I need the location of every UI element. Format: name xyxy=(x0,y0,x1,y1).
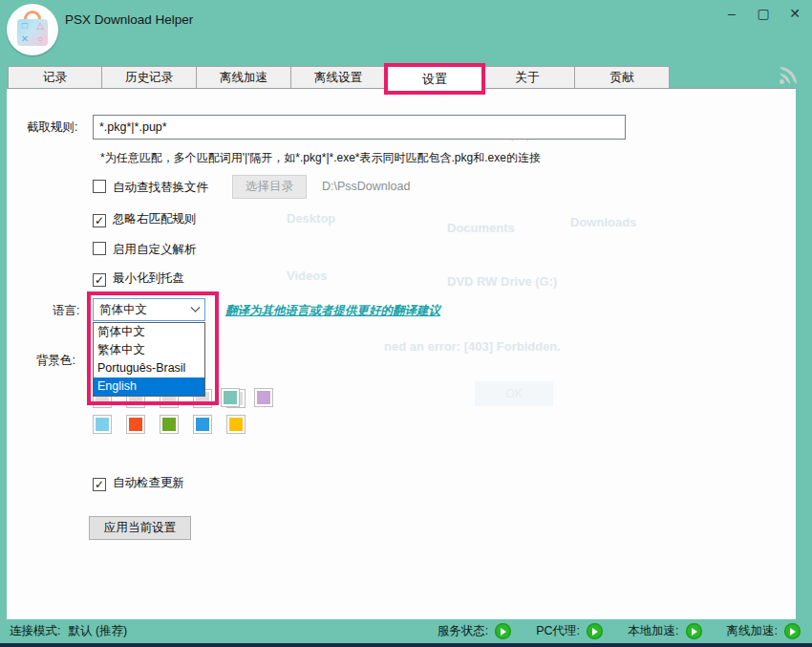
ghost-text: Downloads xyxy=(570,215,636,229)
status-service: 服务状态: xyxy=(438,623,511,639)
language-option-english[interactable]: English xyxy=(94,377,204,396)
tab-about[interactable]: 关于 xyxy=(481,66,575,89)
rule-hint-text: *为任意匹配，多个匹配词用'|'隔开，如*.pkg*|*.exe*表示同时匹配包… xyxy=(100,150,541,166)
tab-records[interactable]: 记录 xyxy=(8,66,102,89)
status-offline-accel: 离线加速: xyxy=(727,623,801,639)
minimize-tray-checkbox[interactable]: ✓最小化到托盘 xyxy=(93,270,184,287)
status-local-accel: 本地加速: xyxy=(628,623,701,639)
language-selected-value: 简体中文 xyxy=(99,302,147,318)
color-swatch-skyblue[interactable] xyxy=(93,415,112,434)
taskbar-edge xyxy=(0,643,812,647)
tab-bar: 记录 历史记录 离线加速 离线设置 设置 关于 贡献 xyxy=(8,66,670,89)
tab-settings-active-highlight[interactable]: 设置 xyxy=(384,63,485,95)
ghost-text: DVD RW Drive (G:) xyxy=(447,274,557,289)
language-option-zh-hans[interactable]: 简体中文 xyxy=(94,323,204,341)
ps-store-bag-icon: □△✕○ xyxy=(17,19,48,46)
service-status-play-icon[interactable] xyxy=(495,623,511,639)
checkbox-icon[interactable] xyxy=(93,180,106,193)
chevron-down-icon xyxy=(191,302,201,312)
ghost-text: Desktop xyxy=(287,211,335,226)
tab-offline-accel[interactable]: 离线加速 xyxy=(197,66,291,89)
auto-update-checkbox[interactable]: ✓自动检查更新 xyxy=(93,475,184,491)
pc-proxy-play-icon[interactable] xyxy=(587,623,603,639)
checkbox-icon[interactable] xyxy=(93,242,106,255)
offline-accel-play-icon[interactable] xyxy=(784,623,801,639)
tab-offline-settings[interactable]: 离线设置 xyxy=(291,66,386,89)
color-swatch-blue[interactable] xyxy=(193,415,212,434)
checkbox-icon[interactable]: ✓ xyxy=(93,273,106,287)
tab-contribute[interactable]: 贡献 xyxy=(575,66,670,89)
color-swatch-orange[interactable] xyxy=(126,415,145,434)
app-window: □△✕○ PSX Download Helper – ▢ ✕ 记录 历史记录 离… xyxy=(0,0,812,647)
local-accel-play-icon[interactable] xyxy=(686,623,702,639)
minimize-button[interactable]: – xyxy=(724,6,739,21)
bg-color-label: 背景色: xyxy=(36,353,75,369)
capture-rule-label: 截取规则: xyxy=(27,119,77,136)
connection-mode-value: 默认 (推荐) xyxy=(68,623,127,639)
language-dropdown-list: 简体中文 繁体中文 Português-Brasil English xyxy=(93,322,205,397)
choose-directory-button[interactable]: 选择目录 xyxy=(232,175,307,199)
color-swatch-yellow[interactable] xyxy=(226,415,246,434)
color-swatch-purple[interactable] xyxy=(254,388,273,407)
rss-feed-icon[interactable] xyxy=(776,63,801,88)
close-button[interactable]: ✕ xyxy=(787,6,802,21)
color-swatch-green[interactable] xyxy=(160,415,179,434)
custom-parse-checkbox[interactable]: 启用自定义解析 xyxy=(93,242,197,258)
window-title: PSX Download Helper xyxy=(65,12,193,27)
connection-mode-label: 连接模式: xyxy=(10,623,60,639)
apply-settings-button[interactable]: 应用当前设置 xyxy=(89,516,191,540)
language-label: 语言: xyxy=(53,303,79,319)
ghost-ok-button: OK xyxy=(475,381,553,406)
capture-rule-input[interactable] xyxy=(93,115,626,140)
settings-panel: Local Disk (E:) Local Disk (F:) Desktop … xyxy=(7,88,796,619)
checkbox-icon[interactable]: ✓ xyxy=(93,214,106,227)
translate-link[interactable]: 翻译为其他语言或者提供更好的翻译建议 xyxy=(225,303,440,319)
app-logo-icon: □△✕○ xyxy=(7,4,58,55)
status-pc-proxy: PC代理: xyxy=(536,623,603,639)
ignore-right-rule-checkbox[interactable]: ✓忽略右匹配规则 xyxy=(93,211,197,227)
auto-replace-checkbox[interactable]: 自动查找替换文件 xyxy=(93,180,208,196)
ghost-text: ned an error: [403] Forbidden. xyxy=(384,339,561,354)
language-option-zh-hant[interactable]: 繁体中文 xyxy=(94,341,204,359)
maximize-button[interactable]: ▢ xyxy=(756,6,771,21)
ghost-text: Documents xyxy=(447,221,515,235)
download-path-text: D:\PssDownload xyxy=(322,180,410,193)
status-bar: 连接模式: 默认 (推荐) 服务状态: PC代理: 本地加速: 离线加速: xyxy=(0,619,812,643)
tab-history[interactable]: 历史记录 xyxy=(102,66,197,89)
language-combobox[interactable]: 简体中文 xyxy=(93,298,205,321)
checkbox-icon[interactable]: ✓ xyxy=(93,478,106,491)
language-option-pt-br[interactable]: Português-Brasil xyxy=(94,359,204,377)
ghost-text: Videos xyxy=(287,269,327,283)
color-swatch-teal[interactable] xyxy=(221,388,240,407)
